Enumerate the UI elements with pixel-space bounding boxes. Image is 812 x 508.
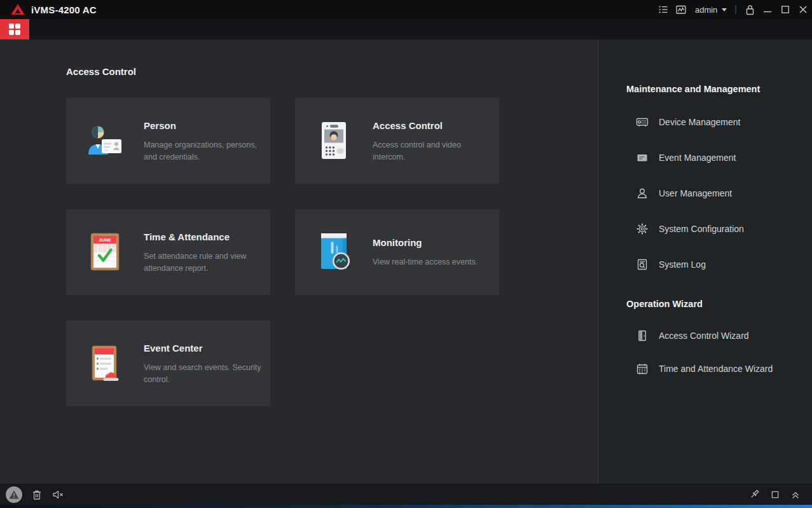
sidebar-item-label: Access Control Wizard [659,331,749,341]
apps-grid-icon [9,24,20,35]
app-title: iVMS-4200 AC [31,4,97,15]
sidebar-item-label: System Configuration [659,224,744,234]
panel-gap [598,282,812,299]
sidebar-item-label: Time and Attendance Wizard [659,364,773,374]
collapse-icon[interactable] [790,489,801,500]
sidebar-item-system-configuration[interactable]: System Configuration [598,211,812,247]
device-icon [636,116,649,128]
sidebar-item-access-control-wizard[interactable]: Access Control Wizard [598,319,812,352]
content-area: Access Control [0,39,812,484]
maximize-button[interactable] [776,0,794,19]
task-list-icon[interactable] [654,0,672,19]
person-card-icon [66,121,144,161]
sidebar-item-time-attendance-wizard[interactable]: Time and Attendance Wizard [598,352,812,385]
statusbar-left [6,486,64,503]
wizard-list: Access Control Wizard Time and Attendanc… [598,319,812,385]
pin-icon[interactable] [749,489,760,500]
app-logo-icon [10,3,25,16]
sidebar-item-label: User Management [659,188,732,198]
maintenance-panel: Maintenance and Management Device Manage… [598,39,812,484]
mute-icon[interactable] [52,489,64,500]
restore-icon[interactable] [769,489,781,500]
event-alarm-icon [66,344,144,383]
card-title: Access Control [373,120,490,131]
event-icon [636,151,649,164]
log-icon [636,258,649,271]
status-bar [0,484,812,505]
trash-icon[interactable] [31,489,43,501]
sidebar-item-system-log[interactable]: System Log [598,247,812,282]
user-icon [636,187,649,200]
door-monitor-icon [295,233,373,272]
sidebar-item-label: Event Management [659,153,736,163]
card-time-attendance[interactable]: JUNE Time & Attendance [66,209,270,295]
calendar-check-icon: JUNE [66,233,144,272]
card-description: Manage organizations, persons, and crede… [144,139,261,163]
statusbar-right [749,489,801,500]
card-title: Monitoring [373,237,478,248]
maintenance-heading: Maintenance and Management [598,84,812,94]
sidebar-item-label: System Log [659,259,706,270]
module-panel: Access Control [0,39,598,484]
intercom-icon [295,121,373,161]
card-person[interactable]: Person Manage organizations, persons, an… [66,98,270,184]
calendar-icon [636,362,649,375]
wizard-heading: Operation Wizard [598,299,812,309]
bottom-accent-strip [0,505,812,508]
lock-icon[interactable] [741,0,759,19]
snapshot-icon[interactable] [672,0,690,19]
sidebar-item-device-management[interactable]: Device Management [598,104,812,140]
door-icon [636,329,649,342]
maintenance-list: Device Management Event Management User … [598,104,812,282]
card-description: Access control and video intercom. [373,139,490,163]
calendar-month-label: JUNE [99,237,111,243]
card-description: Set attendance rule and view attendance … [144,251,261,275]
tab-strip [0,19,812,39]
minimize-button[interactable] [759,0,776,19]
card-event-center[interactable]: Event Center View and search events. Sec… [66,320,270,406]
card-title: Event Center [144,343,261,354]
title-bar: iVMS-4200 AC admin | [0,0,812,19]
titlebar-divider: | [732,4,741,15]
close-button[interactable] [794,0,812,19]
sidebar-item-user-management[interactable]: User Management [598,175,812,211]
card-access-control[interactable]: Access Control Access control and video … [295,98,499,184]
sidebar-item-label: Device Management [659,117,740,127]
card-monitoring[interactable]: Monitoring View real-time access events. [295,209,499,295]
card-description: View and search events. Security control… [144,362,261,386]
card-description: View real-time access events. [373,256,478,268]
alarm-icon[interactable] [6,486,22,503]
page-title: Access Control [66,66,598,77]
user-menu[interactable]: admin [690,0,732,19]
sidebar-item-event-management[interactable]: Event Management [598,140,812,175]
card-title: Person [144,120,261,131]
module-card-grid: Person Manage organizations, persons, an… [66,98,598,406]
card-title: Time & Attendance [144,231,261,242]
gear-icon [636,223,649,235]
home-tab[interactable] [0,19,29,39]
user-caret-icon [722,8,727,11]
user-name: admin [695,5,717,15]
